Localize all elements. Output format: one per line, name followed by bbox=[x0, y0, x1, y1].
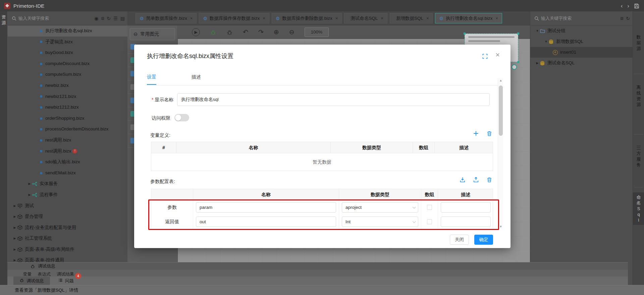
import-icon[interactable] bbox=[460, 177, 466, 183]
tab-close-icon[interactable]: × bbox=[496, 16, 498, 21]
new-cube-icon[interactable]: ⧈ bbox=[620, 15, 623, 21]
debug-subtab[interactable]: 变量 bbox=[23, 270, 32, 277]
delete-param-icon[interactable] bbox=[486, 177, 492, 183]
expand-arrow-icon[interactable]: ▼ bbox=[544, 36, 548, 47]
debug-subtab[interactable]: 表达式 bbox=[38, 270, 51, 277]
tab-close-icon[interactable]: × bbox=[263, 16, 265, 21]
tree-item[interactable]: ▶页面-表单-高级/布局组件 bbox=[8, 244, 127, 255]
tree-item[interactable]: sdo输入输出.bizx bbox=[8, 157, 127, 168]
rail-item[interactable]: 数据源 bbox=[633, 32, 644, 53]
tree-item[interactable]: newbiz121.bizx bbox=[8, 91, 127, 102]
tab-close-icon[interactable]: × bbox=[190, 16, 193, 21]
editor-tab[interactable]: ⚙简单数据库操作.bizx× bbox=[136, 13, 197, 23]
zoom-out-icon[interactable]: ⊖ bbox=[289, 29, 294, 35]
param-name-input[interactable]: out bbox=[196, 217, 336, 227]
tree-item[interactable]: 子逻辑流.bizx bbox=[8, 37, 127, 48]
expand-arrow-icon[interactable]: ▶ bbox=[12, 211, 17, 222]
tree-item[interactable]: rest调用.bizx! bbox=[8, 146, 127, 157]
export-icon[interactable] bbox=[473, 177, 479, 183]
editor-tab[interactable]: ⚙数据库操作保存数据.bizx× bbox=[199, 13, 269, 23]
tree-item[interactable]: ▶督办管理 bbox=[8, 211, 127, 222]
tree-item[interactable]: ▶社工管理系统 bbox=[8, 233, 127, 244]
refresh-icon[interactable]: ↻ bbox=[107, 16, 111, 21]
expand-arrow-icon[interactable]: ▶ bbox=[27, 189, 32, 200]
nav-back-icon[interactable]: ‹ bbox=[621, 3, 623, 9]
undo-icon[interactable]: ↶ bbox=[243, 29, 248, 35]
zoom-in-icon[interactable]: ⊕ bbox=[274, 29, 279, 35]
scrollbar-thumb[interactable] bbox=[499, 85, 503, 136]
close-button[interactable]: 关闭 bbox=[450, 235, 469, 245]
dialog-scrollbar[interactable]: ▲ ▼ bbox=[498, 78, 503, 229]
redo-icon[interactable]: ↷ bbox=[258, 29, 264, 35]
list-icon[interactable]: ☰ bbox=[113, 16, 118, 21]
tree-item[interactable]: orderShopping.bizx bbox=[8, 113, 127, 124]
tree-item[interactable]: ▼测试分组 bbox=[530, 25, 633, 36]
rail-item[interactable]: 离线资源 bbox=[633, 82, 644, 109]
tree-item[interactable]: ▶测试 bbox=[8, 200, 127, 212]
tab-close-icon[interactable]: × bbox=[381, 16, 383, 21]
tab-close-icon[interactable]: × bbox=[335, 16, 338, 21]
bottom-tab[interactable]: 问题4 bbox=[52, 277, 80, 285]
data-type-select[interactable]: Int bbox=[342, 217, 418, 227]
editor-tab[interactable]: ⚙数据库操作删除数据.bizx× bbox=[272, 13, 342, 23]
palette-header[interactable]: ⊖ 常用图元 bbox=[130, 28, 175, 40]
scroll-down-icon[interactable]: ▼ bbox=[498, 224, 503, 229]
new-cube-icon[interactable]: ⧈ bbox=[101, 15, 104, 21]
editor-tab[interactable]: 新增数据SQL× bbox=[390, 13, 433, 23]
save-icon[interactable] bbox=[634, 3, 639, 9]
search-input[interactable]: 输入关键字搜索 bbox=[18, 15, 94, 21]
tree-item[interactable]: 执行增删改命名sql.bizx bbox=[8, 25, 127, 37]
debug-run-icon[interactable] bbox=[210, 28, 216, 35]
tree-item[interactable]: ▶实体服务 bbox=[8, 178, 127, 189]
rail-item[interactable]: 三方服务 bbox=[633, 143, 644, 170]
tree-item[interactable]: computeDiscount.bizx bbox=[8, 58, 127, 69]
array-checkbox[interactable] bbox=[427, 205, 432, 210]
expand-arrow-icon[interactable]: ▶ bbox=[12, 244, 17, 255]
dialog-tab[interactable]: 设置 bbox=[147, 74, 156, 85]
run-icon[interactable]: ▶ bbox=[192, 28, 200, 36]
refresh-icon[interactable]: ↻ bbox=[626, 16, 630, 21]
zoom-level[interactable]: 100% bbox=[305, 27, 329, 37]
tree-item[interactable]: sendEMail.bizx bbox=[8, 168, 127, 179]
expand-arrow-icon[interactable]: ▼ bbox=[535, 25, 540, 36]
fullscreen-icon[interactable] bbox=[482, 53, 488, 59]
tree-item[interactable]: ▶流程事件 bbox=[8, 189, 127, 200]
search-input[interactable]: 输入关键字搜索 bbox=[541, 15, 620, 21]
editor-tab[interactable]: ⚙执行增删改命名sql.bizx× bbox=[435, 13, 502, 23]
close-icon[interactable]: × bbox=[495, 51, 500, 59]
node-port-handle[interactable] bbox=[512, 64, 517, 70]
expand-arrow-icon[interactable]: ▶ bbox=[12, 200, 17, 212]
rail-item[interactable]: 命名Sql bbox=[633, 192, 644, 225]
debug-stop-icon[interactable] bbox=[226, 28, 233, 35]
tree-item[interactable]: ▼新增数据SQL bbox=[530, 36, 633, 47]
expand-arrow-icon[interactable]: ▶ bbox=[12, 233, 17, 244]
param-name-input[interactable]: param bbox=[196, 202, 336, 213]
tree-item[interactable]: rest调用.bizx bbox=[8, 135, 127, 146]
description-input[interactable] bbox=[441, 202, 491, 213]
tree-item[interactable]: buyGood.bizx bbox=[8, 47, 127, 58]
bottom-tab[interactable]: 调试信息 bbox=[13, 277, 50, 285]
add-variable-icon[interactable] bbox=[473, 130, 479, 136]
tree-item[interactable]: newbiz.bizx bbox=[8, 80, 127, 91]
expand-arrow-icon[interactable]: ▶ bbox=[27, 178, 32, 189]
nav-forward-icon[interactable]: › bbox=[627, 3, 629, 9]
dialog-tab[interactable]: 描述 bbox=[192, 74, 201, 85]
expand-arrow-icon[interactable]: ▶ bbox=[12, 222, 17, 233]
tree-item[interactable]: ▶测试命名SQL bbox=[530, 58, 633, 68]
debug-panel-header[interactable]: 调试信息 bbox=[7, 262, 628, 270]
scroll-up-icon[interactable]: ▲ bbox=[498, 78, 503, 83]
tree-item[interactable]: newbiz1212.bizx bbox=[8, 102, 127, 113]
tree-item[interactable]: computeSum.bizx bbox=[8, 69, 127, 80]
display-name-input[interactable]: 执行增删改命名sql bbox=[177, 93, 490, 106]
rail-item-resources[interactable]: 资源 bbox=[0, 14, 7, 25]
array-checkbox[interactable] bbox=[427, 219, 432, 224]
tab-close-icon[interactable]: × bbox=[426, 16, 429, 21]
tree-item[interactable]: processOrderItemDiscount.bizx bbox=[8, 124, 127, 135]
expand-arrow-icon[interactable]: ▶ bbox=[535, 58, 540, 68]
tree-item[interactable]: ▶流程-业务流程配置与使用 bbox=[8, 222, 127, 233]
editor-tab[interactable]: 测试命名SQL× bbox=[344, 13, 387, 23]
ai-icon[interactable]: ◉ bbox=[94, 16, 98, 21]
delete-variable-icon[interactable] bbox=[486, 130, 492, 136]
book-icon[interactable]: ▤ bbox=[120, 16, 125, 21]
description-input[interactable] bbox=[441, 217, 491, 227]
